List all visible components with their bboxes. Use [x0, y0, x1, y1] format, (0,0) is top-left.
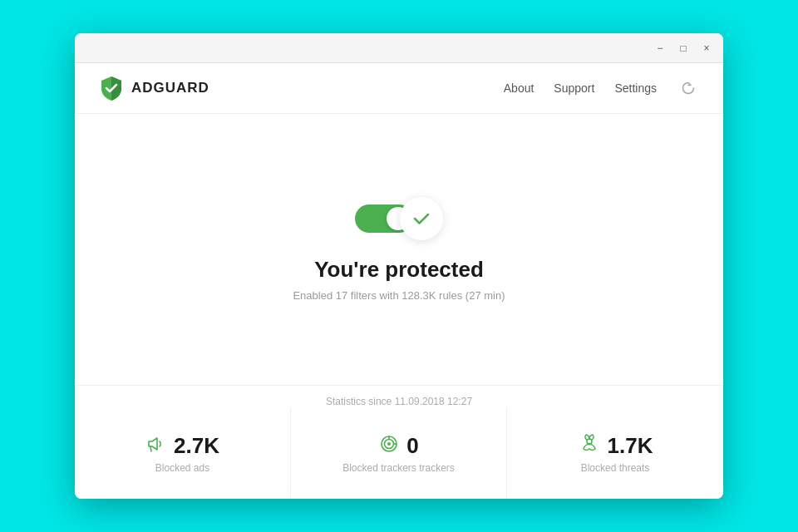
stat-blocked-threats-top: 1.7K	[578, 432, 653, 459]
stats-since-label: Statistics since 11.09.2018 12:27	[75, 386, 723, 407]
stat-blocked-threats: 1.7K Blocked threats	[507, 407, 723, 499]
support-link[interactable]: Support	[554, 81, 594, 95]
minimize-button[interactable]: −	[650, 38, 670, 58]
title-bar: − □ ×	[75, 33, 723, 63]
check-icon	[411, 208, 432, 229]
svg-point-2	[387, 442, 391, 446]
main-area: You're protected Enabled 17 filters with…	[75, 114, 723, 385]
stats-section: Statistics since 11.09.2018 12:27 2.7K	[75, 385, 723, 499]
stat-blocked-ads: 2.7K Blocked ads	[75, 407, 291, 499]
blocked-trackers-count: 0	[406, 433, 418, 459]
target-icon	[378, 433, 400, 458]
protection-toggle-area	[355, 197, 443, 240]
nav-links: About Support Settings	[504, 76, 700, 100]
megaphone-icon	[145, 433, 167, 458]
logo-area: ADGUARD	[98, 75, 209, 101]
blocked-ads-label: Blocked ads	[155, 462, 209, 474]
refresh-button[interactable]	[677, 76, 700, 100]
status-title: You're protected	[314, 257, 484, 283]
blocked-trackers-label: Blocked trackers trackers	[342, 462, 455, 474]
status-subtitle: Enabled 17 filters with 128.3K rules (27…	[293, 289, 505, 302]
checkmark-circle	[400, 197, 443, 240]
biohazard-icon	[578, 432, 601, 459]
stat-blocked-trackers: 0 Blocked trackers trackers	[291, 407, 507, 499]
blocked-threats-label: Blocked threats	[581, 462, 650, 474]
svg-point-4	[588, 443, 590, 446]
refresh-icon	[681, 81, 696, 96]
stats-grid: 2.7K Blocked ads	[75, 407, 723, 499]
shield-icon	[98, 75, 125, 101]
stat-blocked-trackers-top: 0	[378, 433, 418, 459]
settings-link[interactable]: Settings	[614, 81, 657, 95]
close-button[interactable]: ×	[697, 38, 717, 58]
app-header: ADGUARD About Support Settings	[75, 63, 723, 114]
blocked-ads-count: 2.7K	[174, 433, 219, 459]
app-window: − □ × ADGUARD About Support Settings	[75, 33, 723, 499]
stat-blocked-ads-top: 2.7K	[145, 433, 219, 459]
maximize-button[interactable]: □	[673, 38, 693, 58]
about-link[interactable]: About	[504, 81, 534, 95]
app-content: ADGUARD About Support Settings	[75, 63, 723, 499]
logo-text: ADGUARD	[131, 80, 209, 96]
blocked-threats-count: 1.7K	[608, 433, 653, 459]
window-controls: − □ ×	[650, 38, 717, 58]
